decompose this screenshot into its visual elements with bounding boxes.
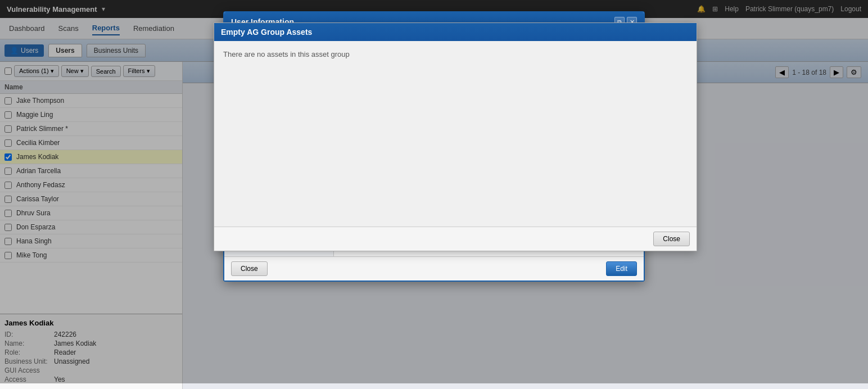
modal-overlay: User Information ⧉ ✕ General Information… <box>0 0 868 383</box>
modal-close-btn[interactable]: Close <box>231 261 268 276</box>
main-content: Actions (1) ▾ New ▾ Search Filters ▾ Nam… <box>0 62 868 389</box>
sub-modal-close-btn[interactable]: Close <box>653 232 690 246</box>
modal-footer: Close Edit <box>224 256 644 281</box>
modal-edit-btn[interactable]: Edit <box>606 261 637 276</box>
sub-modal-body: There are no assets in this asset group <box>214 41 697 227</box>
sub-modal: Empty AG Group Assets There are no asset… <box>214 22 697 251</box>
sub-modal-footer: Close <box>214 227 697 251</box>
sub-modal-title: Empty AG Group Assets <box>221 28 312 37</box>
sub-modal-empty-message: There are no assets in this asset group <box>223 50 350 58</box>
right-area: ◀ 1 - 18 of 18 ▶ ⚙ User Information ⧉ ✕ <box>183 62 868 389</box>
sub-modal-header: Empty AG Group Assets <box>214 23 697 41</box>
